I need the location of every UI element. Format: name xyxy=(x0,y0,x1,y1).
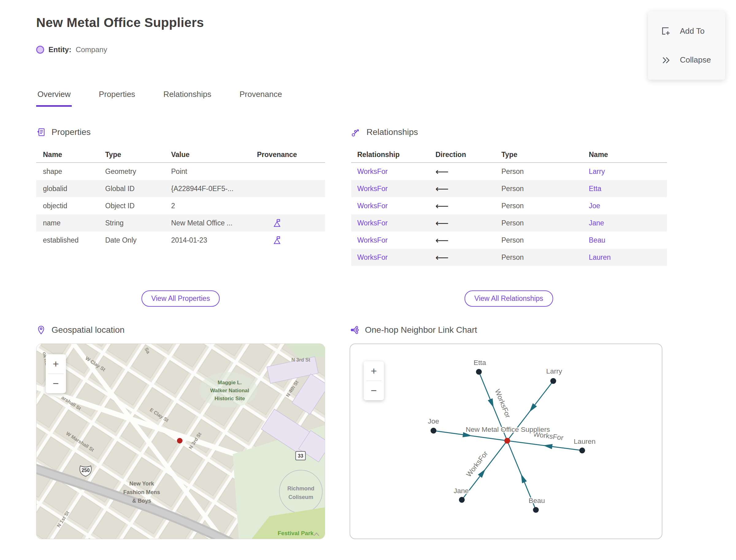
graph-node[interactable] xyxy=(579,447,585,453)
direction-arrow-icon: ⟵ xyxy=(435,201,449,211)
graph-node[interactable] xyxy=(550,378,556,384)
view-all-properties-button[interactable]: View All Properties xyxy=(141,290,220,307)
actions-panel: Add To Collapse xyxy=(648,11,725,80)
tab-bar: Overview Properties Relationships Proven… xyxy=(36,90,283,107)
provenance-flag-icon[interactable] xyxy=(272,235,282,245)
entity-label: Entity: xyxy=(48,45,71,54)
zoom-in-button[interactable]: + xyxy=(364,361,384,381)
link-chart-icon xyxy=(350,325,359,335)
related-entity-link[interactable]: Beau xyxy=(589,236,605,244)
street-label: N 3rd St xyxy=(291,357,310,362)
related-entity-link[interactable]: Lauren xyxy=(589,253,611,261)
direction-arrow-icon: ⟵ xyxy=(435,252,449,263)
properties-section-title: Properties xyxy=(52,127,91,137)
graph-node-label: Jane xyxy=(454,487,469,495)
graph-edge-arrow-icon xyxy=(478,469,485,478)
landmark-label: Walker National xyxy=(210,388,249,393)
column-header-direction: Direction xyxy=(435,147,501,163)
property-name: globalid xyxy=(36,180,105,197)
related-type: Person xyxy=(501,249,589,266)
graph-node[interactable] xyxy=(459,497,465,503)
landmark-label: & Boys xyxy=(132,498,151,504)
basemap: ok Rd W Clay St Sa arshall St E Clay St … xyxy=(36,344,325,539)
zoom-out-button[interactable]: − xyxy=(46,374,66,393)
related-entity-link[interactable]: Etta xyxy=(589,185,601,193)
related-type: Person xyxy=(501,232,589,249)
provenance-flag-icon[interactable] xyxy=(272,218,282,228)
relationship-link[interactable]: WorksFor xyxy=(357,202,388,210)
property-name: name xyxy=(36,214,105,232)
property-type: Geometry xyxy=(105,163,171,180)
map-pin-icon xyxy=(36,325,46,335)
table-row: WorksFor ⟵ Person Larry xyxy=(351,163,667,180)
landmark-label: Fashion Mens xyxy=(123,489,160,495)
table-row: WorksFor ⟵ Person Etta xyxy=(351,180,667,197)
properties-section-header: Properties xyxy=(36,127,325,137)
relationship-link[interactable]: WorksFor xyxy=(357,167,388,175)
property-name: established xyxy=(36,232,105,249)
relationship-link[interactable]: WorksFor xyxy=(357,185,388,193)
graph-node[interactable] xyxy=(476,369,482,375)
link-chart-section-header: One-hop Neighbor Link Chart xyxy=(350,325,662,335)
chart-zoom-control: + − xyxy=(364,361,384,400)
property-value: 2 xyxy=(171,197,257,214)
related-entity-link[interactable]: Jane xyxy=(589,219,604,227)
direction-arrow-icon: ⟵ xyxy=(435,218,449,228)
link-chart-view[interactable]: WorksForWorksForWorksForEttaLarryJoeLaur… xyxy=(350,343,662,539)
column-header-relationship: Relationship xyxy=(351,147,435,163)
property-type: String xyxy=(105,214,171,232)
graph-node[interactable] xyxy=(533,507,539,513)
table-row: WorksFor ⟵ Person Joe xyxy=(351,197,667,214)
view-all-relationships-button[interactable]: View All Relationships xyxy=(465,290,553,307)
entity-type-value: Company xyxy=(76,45,107,54)
svg-text:33: 33 xyxy=(298,453,303,458)
graph-node-label: Lauren xyxy=(574,437,596,445)
relationship-link[interactable]: WorksFor xyxy=(357,236,388,244)
graph-center-node[interactable] xyxy=(504,438,510,444)
related-entity-link[interactable]: Larry xyxy=(589,167,605,175)
geospatial-section: Geospatial location xyxy=(36,325,325,539)
add-to-label: Add To xyxy=(680,26,704,36)
link-chart-section: One-hop Neighbor Link Chart WorksForWork… xyxy=(350,325,662,539)
table-row: WorksFor ⟵ Person Beau xyxy=(351,232,667,249)
map-view[interactable]: ok Rd W Clay St Sa arshall St E Clay St … xyxy=(36,343,325,539)
relationship-link[interactable]: WorksFor xyxy=(357,253,388,261)
relationship-link[interactable]: WorksFor xyxy=(357,219,388,227)
graph-node-label: Larry xyxy=(546,367,562,375)
landmark-label: Festival Park xyxy=(278,530,314,536)
route-shield-33: 33 xyxy=(296,451,305,460)
tab-provenance[interactable]: Provenance xyxy=(238,90,283,107)
zoom-out-button[interactable]: − xyxy=(364,381,384,400)
property-value: New Metal Office ... xyxy=(171,214,257,232)
table-row: name String New Metal Office ... xyxy=(36,214,325,232)
related-entity-link[interactable]: Joe xyxy=(589,202,600,210)
landmark-label: Historic Site xyxy=(214,396,245,401)
graph-node-label: Etta xyxy=(473,359,486,366)
entity-location-marker[interactable] xyxy=(177,438,182,443)
tab-properties[interactable]: Properties xyxy=(98,90,136,107)
property-value: 2014-01-23 xyxy=(171,232,257,249)
add-to-button[interactable]: Add To xyxy=(648,25,725,36)
table-row: WorksFor ⟵ Person Lauren xyxy=(351,249,667,266)
svg-text:250: 250 xyxy=(82,468,90,473)
direction-arrow-icon: ⟵ xyxy=(435,235,449,245)
graph-node-label: Beau xyxy=(529,497,545,504)
direction-arrow-icon: ⟵ xyxy=(435,167,449,177)
collapse-button[interactable]: Collapse xyxy=(648,54,725,65)
related-type: Person xyxy=(501,197,589,214)
zoom-in-button[interactable]: + xyxy=(46,354,66,374)
relationships-section-header: Relationships xyxy=(351,127,667,137)
tab-relationships[interactable]: Relationships xyxy=(162,90,213,107)
properties-table: Name Type Value Provenance shape Geometr… xyxy=(36,147,325,249)
geospatial-section-title: Geospatial location xyxy=(52,325,125,335)
landmark-label: Coliseum xyxy=(288,494,313,500)
properties-section: Properties Name Type Value Provenance sh… xyxy=(36,127,325,249)
landmark-label: New York xyxy=(129,481,154,487)
table-row: shape Geometry Point xyxy=(36,163,325,180)
graph-edge-label: WorksFor xyxy=(465,449,489,478)
graph-edge-arrow-icon xyxy=(543,444,553,449)
column-header-provenance: Provenance xyxy=(257,147,325,163)
tab-overview[interactable]: Overview xyxy=(36,90,72,107)
graph-node[interactable] xyxy=(431,428,436,434)
property-value: {A228944F-0EF5-... xyxy=(171,180,257,197)
